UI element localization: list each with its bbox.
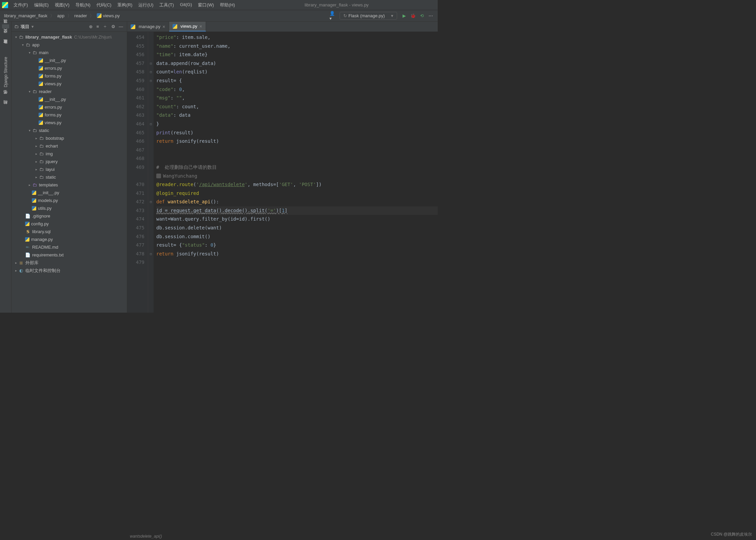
code-line[interactable]: return jsonify(result) xyxy=(156,137,438,146)
fold-marker[interactable] xyxy=(148,189,154,198)
tree-item[interactable]: ▸forms.py xyxy=(12,111,127,119)
fold-marker[interactable] xyxy=(148,232,154,241)
chevron-down-icon[interactable]: ▾ xyxy=(27,129,32,132)
line-number[interactable]: 474 xyxy=(127,215,144,224)
tree-item[interactable]: ▸errors.py xyxy=(12,103,127,111)
code-line[interactable]: count = len(reqlist) xyxy=(156,68,438,76)
chevron-down-icon[interactable]: ▾ xyxy=(14,35,18,39)
code-line[interactable] xyxy=(156,154,438,163)
close-icon[interactable]: × xyxy=(199,24,202,29)
tree-item[interactable]: ▾🗀app xyxy=(12,41,127,49)
tool-window-tab[interactable]: Django Structure xyxy=(3,55,9,89)
chevron-down-icon[interactable]: ▾ xyxy=(27,51,32,54)
fold-marker[interactable] xyxy=(148,42,154,51)
editor-tab[interactable]: views.py× xyxy=(169,22,206,31)
tree-item[interactable]: ▾🗀reader xyxy=(12,88,127,95)
chevron-right-icon[interactable]: ▸ xyxy=(34,136,39,140)
fold-marker[interactable] xyxy=(148,137,154,146)
project-tree[interactable]: ▾🗀library_manager_flaskC:\Users\Mr.Zhiju… xyxy=(12,32,127,313)
tree-item[interactable]: ▸🗀img xyxy=(12,150,127,158)
code-line[interactable]: result = { xyxy=(156,76,438,85)
fold-marker[interactable] xyxy=(148,85,154,94)
tool-window-tab[interactable]: 拉取请求 xyxy=(2,45,9,49)
tree-item[interactable]: ▸🗀jquery xyxy=(12,158,127,165)
user-icon[interactable]: 👤▾ xyxy=(329,13,336,19)
close-icon[interactable]: × xyxy=(162,24,165,29)
tree-item[interactable]: ▸🗀echart xyxy=(12,142,127,150)
tree-item[interactable]: ▸𝗦library.sql xyxy=(12,228,127,235)
chevron-right-icon[interactable]: ▸ xyxy=(27,183,32,187)
code-line[interactable]: "msg": "", xyxy=(156,94,438,103)
fold-marker[interactable] xyxy=(148,163,154,172)
tree-item[interactable]: ▸🗀templates xyxy=(12,181,127,189)
breadcrumb-item[interactable]: library_manager_flask xyxy=(3,13,49,19)
chevron-down-icon[interactable]: ▾ xyxy=(20,43,25,47)
menu-item[interactable]: 工具(T) xyxy=(157,1,177,9)
line-number[interactable]: 471 xyxy=(127,189,144,198)
hide-icon[interactable]: — xyxy=(119,24,124,29)
chevron-down-icon[interactable]: ▾ xyxy=(27,90,32,93)
code-line[interactable]: print(result) xyxy=(156,129,438,137)
line-number[interactable]: 461 xyxy=(127,94,144,103)
tree-item[interactable]: ▸config.py xyxy=(12,220,127,228)
line-number[interactable]: 459 xyxy=(127,76,144,85)
fold-marker[interactable] xyxy=(148,111,154,120)
coverage-button[interactable]: ⟲ xyxy=(419,13,425,19)
tree-item[interactable]: ▸⫼外部库 xyxy=(12,259,127,267)
line-number[interactable]: 473 xyxy=(127,206,144,215)
line-number[interactable]: 462 xyxy=(127,103,144,111)
line-number[interactable]: 467 xyxy=(127,146,144,155)
code-line[interactable]: def wantsdelete_api(): xyxy=(156,198,438,206)
code-line[interactable]: want = Want.query.filter_by(id=id).first… xyxy=(156,215,438,224)
line-number[interactable]: 460 xyxy=(127,85,144,94)
fold-marker[interactable] xyxy=(148,129,154,137)
chevron-down-icon[interactable]: ▾ xyxy=(31,24,34,29)
menu-item[interactable]: 重构(R) xyxy=(115,1,135,9)
fold-marker[interactable] xyxy=(148,215,154,224)
tree-item[interactable]: ▾🗀main xyxy=(12,49,127,57)
tree-item[interactable]: ▸views.py xyxy=(12,119,127,127)
menu-item[interactable]: 导航(N) xyxy=(73,1,93,9)
breadcrumb-item[interactable]: app xyxy=(56,13,66,19)
tree-item[interactable]: ▾🗀static xyxy=(12,127,127,134)
code-line[interactable] xyxy=(156,258,438,267)
fold-marker[interactable] xyxy=(148,224,154,232)
tree-item[interactable]: ▸manage.py xyxy=(12,235,127,243)
tree-item[interactable]: ▸🗀static xyxy=(12,173,127,181)
tool-window-tab[interactable]: 结构 xyxy=(2,106,9,110)
code-line[interactable]: "time": item.date} xyxy=(156,50,438,59)
more-button[interactable]: ⋯ xyxy=(428,13,434,19)
fold-marker[interactable] xyxy=(148,33,154,42)
code-line[interactable]: @login_required xyxy=(156,189,438,198)
menu-item[interactable]: 编辑(E) xyxy=(31,1,51,9)
line-number[interactable]: 454 xyxy=(127,33,144,42)
line-number[interactable]: 470 xyxy=(127,180,144,189)
tree-item[interactable]: ▸forms.py xyxy=(12,72,127,80)
line-number[interactable]: 478 xyxy=(127,250,144,258)
fold-marker[interactable]: ⊟ xyxy=(148,76,154,85)
code-line[interactable]: "count": count, xyxy=(156,103,438,111)
line-number[interactable]: 479 xyxy=(127,258,144,267)
chevron-right-icon[interactable]: ▸ xyxy=(14,261,18,265)
tree-item[interactable]: ▸__init__.py xyxy=(12,189,127,197)
code-content[interactable]: "price": item.sale, "name": current_user… xyxy=(154,32,438,313)
line-number[interactable]: 456 xyxy=(127,50,144,59)
collapse-icon[interactable]: ÷ xyxy=(104,24,109,29)
tree-item[interactable]: ▸📄.gitignore xyxy=(12,212,127,220)
editor-tab[interactable]: manage.py× xyxy=(127,22,169,31)
chevron-right-icon[interactable]: ▸ xyxy=(34,144,39,148)
code-line[interactable]: } xyxy=(156,120,438,129)
line-number[interactable]: 464 xyxy=(127,120,144,129)
chevron-right-icon[interactable]: ▸ xyxy=(34,160,39,163)
code-line[interactable]: id = request.get_data().decode().split('… xyxy=(156,206,438,215)
line-number[interactable]: 465 xyxy=(127,129,144,137)
tree-item[interactable]: ▸🗀bootstrap xyxy=(12,134,127,142)
code-line[interactable]: @reader.route('/api/wantsdelete', method… xyxy=(156,180,438,189)
code-line[interactable]: return jsonify(result) xyxy=(156,250,438,258)
line-number[interactable]: 476 xyxy=(127,232,144,241)
gear-icon[interactable]: ⚙ xyxy=(111,24,117,29)
code-line[interactable]: db.session.delete(want) xyxy=(156,224,438,232)
tree-item[interactable]: ▸__init__.py xyxy=(12,57,127,64)
fold-marker[interactable] xyxy=(148,50,154,59)
fold-marker[interactable]: ⊟ xyxy=(148,198,154,206)
